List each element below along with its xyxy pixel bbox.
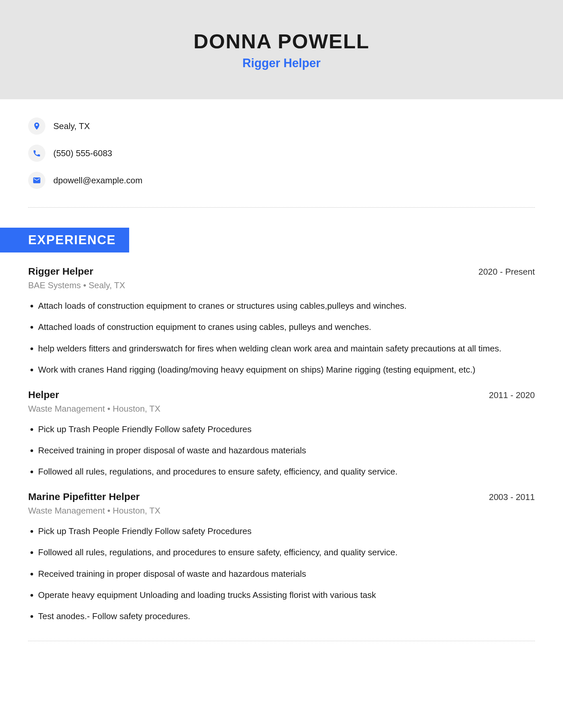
divider xyxy=(28,207,535,208)
contact-email: dpowell@example.com xyxy=(28,172,535,189)
job-bullet: Pick up Trash People Friendly Follow saf… xyxy=(38,525,535,537)
job-bullet: Received training in proper disposal of … xyxy=(38,444,535,456)
job-title: Helper xyxy=(28,389,59,400)
job-title: Rigger Helper xyxy=(28,266,93,277)
job-meta: Waste Management • Houston, TX xyxy=(28,404,535,414)
job-meta: BAE Systems • Sealy, TX xyxy=(28,280,535,291)
job-header: Rigger Helper2020 - Present xyxy=(28,266,535,277)
job-bullet: Operate heavy equipment Unloading and lo… xyxy=(38,589,535,601)
job-dates: 2011 - 2020 xyxy=(489,390,535,400)
person-name: DONNA POWELL xyxy=(193,29,369,53)
resume-content: Sealy, TX (550) 555-6083 dpowell@example… xyxy=(0,99,563,641)
contact-email-text: dpowell@example.com xyxy=(53,175,142,186)
email-icon xyxy=(28,172,45,189)
contact-location-text: Sealy, TX xyxy=(53,121,90,131)
contact-location: Sealy, TX xyxy=(28,117,535,135)
contact-list: Sealy, TX (550) 555-6083 dpowell@example… xyxy=(28,117,535,189)
location-icon xyxy=(28,117,45,135)
job-dates: 2020 - Present xyxy=(478,267,535,277)
job-bullet: Attached loads of construction equipment… xyxy=(38,321,535,333)
job-dates: 2003 - 2011 xyxy=(489,492,535,502)
job-title: Marine Pipefitter Helper xyxy=(28,491,140,502)
job-bullet: Followed all rules, regulations, and pro… xyxy=(38,466,535,478)
experience-section: Rigger Helper2020 - PresentBAE Systems •… xyxy=(28,266,535,622)
section-heading-experience: EXPERIENCE xyxy=(0,228,129,252)
job-bullet: Followed all rules, regulations, and pro… xyxy=(38,546,535,558)
contact-phone-text: (550) 555-6083 xyxy=(53,148,112,159)
job-bullet: Test anodes.- Follow safety procedures. xyxy=(38,610,535,622)
job-entry: Rigger Helper2020 - PresentBAE Systems •… xyxy=(28,266,535,376)
divider xyxy=(28,641,535,641)
job-bullets: Pick up Trash People Friendly Follow saf… xyxy=(38,423,535,478)
job-header: Helper2011 - 2020 xyxy=(28,389,535,400)
job-bullet: Received training in proper disposal of … xyxy=(38,568,535,580)
job-bullets: Pick up Trash People Friendly Follow saf… xyxy=(38,525,535,622)
person-title: Rigger Helper xyxy=(242,56,321,70)
job-header: Marine Pipefitter Helper2003 - 2011 xyxy=(28,491,535,502)
job-bullets: Attach loads of construction equipment t… xyxy=(38,300,535,376)
job-meta: Waste Management • Houston, TX xyxy=(28,506,535,516)
job-bullet: Attach loads of construction equipment t… xyxy=(38,300,535,312)
resume-header: DONNA POWELL Rigger Helper xyxy=(0,0,563,99)
contact-phone: (550) 555-6083 xyxy=(28,145,535,162)
job-bullet: Pick up Trash People Friendly Follow saf… xyxy=(38,423,535,435)
job-bullet: help welders fitters and grinderswatch f… xyxy=(38,342,535,354)
phone-icon xyxy=(28,145,45,162)
job-entry: Marine Pipefitter Helper2003 - 2011Waste… xyxy=(28,491,535,622)
job-bullet: Work with cranes Hand rigging (loading/m… xyxy=(38,364,535,376)
job-entry: Helper2011 - 2020Waste Management • Hous… xyxy=(28,389,535,478)
